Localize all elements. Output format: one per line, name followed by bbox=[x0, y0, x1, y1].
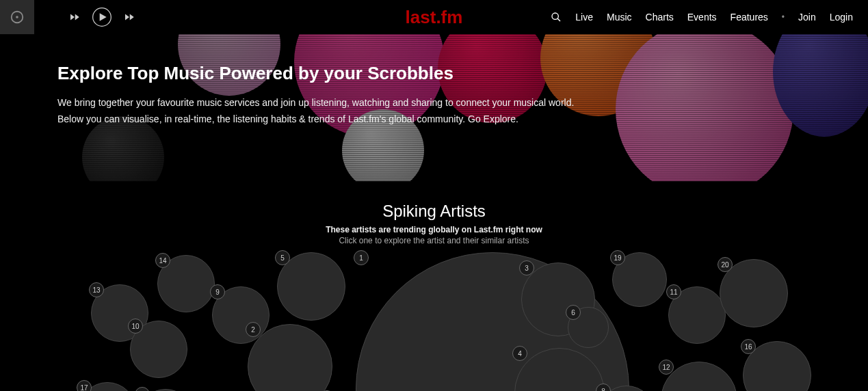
spiking-section: Spiking Artists These artists are trendi… bbox=[0, 181, 868, 391]
bubble-rank-badge: 16 bbox=[741, 339, 756, 354]
nav-events[interactable]: Events bbox=[687, 12, 717, 23]
bubble-rank-badge: 17 bbox=[77, 380, 92, 391]
artist-bubble-5[interactable]: 5 bbox=[277, 252, 345, 321]
bubble-rank-badge: 20 bbox=[718, 257, 733, 272]
bubble-chart: 131410171595218134681911122016 bbox=[0, 252, 868, 391]
player-controls bbox=[68, 7, 135, 27]
artist-bubble-17[interactable]: 17 bbox=[79, 382, 136, 391]
bubble-rank-badge: 11 bbox=[666, 284, 681, 299]
brand-logo[interactable]: last.fm bbox=[406, 7, 463, 28]
search-button[interactable] bbox=[551, 12, 562, 23]
bubble-rank-badge: 5 bbox=[275, 250, 290, 265]
nav-join[interactable]: Join bbox=[798, 12, 816, 23]
player-disc-button[interactable] bbox=[0, 0, 34, 34]
hero-line1: We bring together your favourite music s… bbox=[57, 95, 616, 111]
spiking-title: Spiking Artists bbox=[0, 202, 868, 221]
nav-music[interactable]: Music bbox=[607, 12, 632, 23]
spiking-sub1: These artists are trending globally on L… bbox=[0, 225, 868, 234]
main-nav: Live Music Charts Events Features • Join… bbox=[551, 12, 868, 23]
skip-forward-icon bbox=[123, 11, 135, 23]
bubble-rank-badge: 13 bbox=[89, 282, 104, 297]
svg-marker-3 bbox=[100, 13, 107, 21]
hero-content: Explore Top Music Powered by your Scrobb… bbox=[0, 34, 616, 128]
svg-line-5 bbox=[557, 18, 560, 21]
svg-point-4 bbox=[552, 13, 558, 19]
skip-back-icon bbox=[68, 11, 81, 23]
artist-bubble-11[interactable]: 11 bbox=[668, 286, 726, 344]
nav-charts[interactable]: Charts bbox=[646, 12, 674, 23]
play-icon bbox=[92, 7, 112, 27]
prev-button[interactable] bbox=[68, 11, 81, 23]
hero-line2: Below you can visualise, in real-time, t… bbox=[57, 111, 616, 128]
artist-bubble-20[interactable]: 20 bbox=[720, 259, 788, 327]
artist-bubble-16[interactable]: 16 bbox=[743, 341, 811, 391]
artist-bubble-14[interactable]: 14 bbox=[157, 255, 215, 312]
top-header: last.fm Live Music Charts Events Feature… bbox=[0, 0, 868, 34]
bubble-rank-badge: 19 bbox=[610, 250, 625, 265]
nav-live[interactable]: Live bbox=[575, 12, 593, 23]
bubble-rank-badge: 2 bbox=[246, 322, 261, 337]
disc-icon bbox=[10, 10, 25, 25]
artist-bubble-6[interactable]: 6 bbox=[568, 307, 609, 348]
artist-bubble-12[interactable]: 12 bbox=[661, 362, 737, 391]
nav-login[interactable]: Login bbox=[830, 12, 853, 23]
bubble-rank-badge: 9 bbox=[210, 284, 225, 299]
bubble-rank-badge: 15 bbox=[135, 387, 150, 391]
artist-bubble-10[interactable]: 10 bbox=[130, 321, 187, 378]
play-button[interactable] bbox=[92, 7, 112, 27]
hero-banner: Explore Top Music Powered by your Scrobb… bbox=[0, 34, 868, 181]
nav-divider: • bbox=[782, 12, 785, 22]
hero-title: Explore Top Music Powered by your Scrobb… bbox=[57, 63, 616, 84]
next-button[interactable] bbox=[123, 11, 135, 23]
svg-point-1 bbox=[16, 16, 18, 18]
bubble-rank-badge: 6 bbox=[566, 305, 581, 320]
bubble-rank-badge: 14 bbox=[155, 253, 170, 268]
bubble-rank-badge: 4 bbox=[512, 346, 527, 361]
search-icon bbox=[551, 12, 562, 23]
artist-bubble-19[interactable]: 19 bbox=[612, 252, 667, 307]
bubble-rank-badge: 12 bbox=[659, 360, 674, 375]
bubble-rank-badge: 10 bbox=[128, 319, 143, 334]
bubble-rank-badge: 3 bbox=[519, 260, 534, 275]
artist-bubble-8[interactable]: 8 bbox=[598, 386, 655, 391]
spiking-sub2: Click one to explore the artist and thei… bbox=[0, 236, 868, 245]
bubble-rank-badge: 1 bbox=[354, 250, 369, 265]
nav-features[interactable]: Features bbox=[731, 12, 768, 23]
